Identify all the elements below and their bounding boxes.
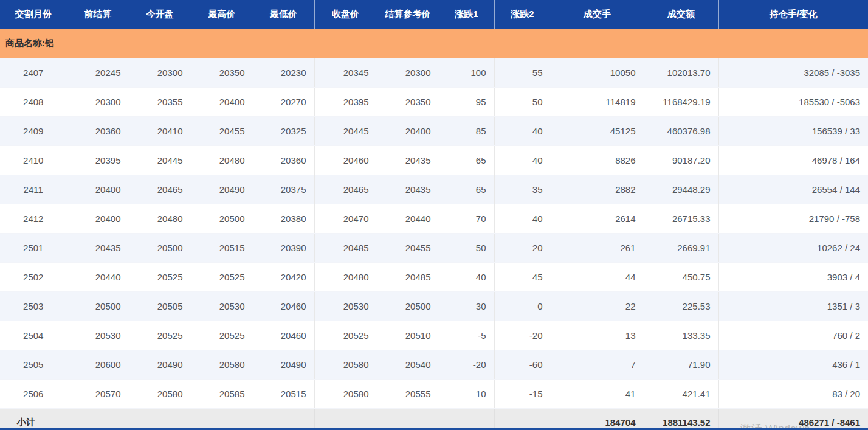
value-cell: 26554 / 144: [718, 175, 868, 204]
futures-quote-table: 交割月份前结算今开盘最高价最低价收盘价结算参考价涨跌1涨跌2成交手成交额持仓手/…: [0, 0, 868, 430]
empty-cell: [314, 409, 377, 430]
value-cell: 20440: [377, 204, 439, 234]
month-cell: 2504: [0, 321, 67, 350]
value-cell: 2669.91: [644, 234, 718, 263]
value-cell: 20465: [129, 175, 191, 204]
value-cell: 7: [551, 350, 644, 380]
table-row: 2411204002046520490203752046520435653528…: [0, 175, 868, 204]
commodity-banner-label: 商品名称:铝: [0, 29, 868, 58]
column-header: 涨跌2: [494, 0, 551, 29]
value-cell: 22: [551, 292, 644, 321]
value-cell: 100: [439, 58, 494, 88]
value-cell: 20525: [191, 321, 253, 350]
value-cell: 50: [439, 234, 494, 263]
column-header: 最低价: [253, 0, 314, 29]
value-cell: 20580: [191, 350, 253, 380]
month-cell: 2505: [0, 350, 67, 380]
value-cell: 20490: [129, 350, 191, 380]
value-cell: 20350: [191, 58, 253, 88]
value-cell: 421.41: [644, 380, 718, 409]
value-cell: 20460: [314, 146, 377, 175]
table-row: 2407202452030020350202302034520300100551…: [0, 58, 868, 88]
value-cell: 55: [494, 58, 551, 88]
value-cell: 20460: [253, 292, 314, 321]
value-cell: 20500: [377, 292, 439, 321]
column-header: 最高价: [191, 0, 253, 29]
value-cell: 20360: [253, 146, 314, 175]
value-cell: 20360: [67, 117, 129, 146]
value-cell: 460376.98: [644, 117, 718, 146]
table-row: 2408203002035520400202702039520350955011…: [0, 88, 868, 117]
value-cell: 95: [439, 88, 494, 117]
value-cell: 20500: [191, 204, 253, 234]
empty-cell: [439, 409, 494, 430]
value-cell: 20530: [191, 292, 253, 321]
value-cell: 225.53: [644, 292, 718, 321]
value-cell: 20555: [377, 380, 439, 409]
value-cell: 20440: [67, 263, 129, 292]
value-cell: 20585: [191, 380, 253, 409]
empty-cell: [191, 409, 253, 430]
open-interest-total: 486271 / -8461: [718, 409, 868, 430]
value-cell: 26715.33: [644, 204, 718, 234]
empty-cell: [494, 409, 551, 430]
value-cell: 20400: [377, 117, 439, 146]
value-cell: -20: [494, 321, 551, 350]
empty-cell: [253, 409, 314, 430]
value-cell: 70: [439, 204, 494, 234]
value-cell: 30: [439, 292, 494, 321]
value-cell: 41: [551, 380, 644, 409]
table-body: 商品名称:铝 240720245203002035020230203452030…: [0, 29, 868, 409]
table-row: 2502204402052520525204202048020485404544…: [0, 263, 868, 292]
value-cell: 20435: [67, 234, 129, 263]
value-cell: 20480: [191, 146, 253, 175]
value-cell: 760 / 2: [718, 321, 868, 350]
value-cell: 20435: [377, 146, 439, 175]
value-cell: 32085 / -3035: [718, 58, 868, 88]
value-cell: -20: [439, 350, 494, 380]
value-cell: 45125: [551, 117, 644, 146]
value-cell: 65: [439, 175, 494, 204]
value-cell: 10: [439, 380, 494, 409]
value-cell: 20380: [253, 204, 314, 234]
subtotal-label: 小计: [0, 409, 67, 430]
value-cell: 46978 / 164: [718, 146, 868, 175]
value-cell: 20410: [129, 117, 191, 146]
value-cell: 20580: [314, 350, 377, 380]
month-cell: 2410: [0, 146, 67, 175]
value-cell: 20300: [377, 58, 439, 88]
value-cell: -5: [439, 321, 494, 350]
table-row: 2503205002050520530204602053020500300222…: [0, 292, 868, 321]
value-cell: 185530 / -5063: [718, 88, 868, 117]
table-row: 2505206002049020580204902058020540-20-60…: [0, 350, 868, 380]
value-cell: 20460: [253, 321, 314, 350]
value-cell: 20400: [67, 175, 129, 204]
month-cell: 2412: [0, 204, 67, 234]
column-header: 成交手: [551, 0, 644, 29]
value-cell: 20510: [377, 321, 439, 350]
value-cell: 20490: [253, 350, 314, 380]
value-cell: 20400: [67, 204, 129, 234]
value-cell: 29448.29: [644, 175, 718, 204]
value-cell: 20530: [67, 321, 129, 350]
table-row: 2410203952044520480203602046020435654088…: [0, 146, 868, 175]
value-cell: 20485: [314, 234, 377, 263]
value-cell: 2882: [551, 175, 644, 204]
column-header: 今开盘: [129, 0, 191, 29]
value-cell: 20470: [314, 204, 377, 234]
table-row: 250620570205802058520515205802055510-154…: [0, 380, 868, 409]
month-cell: 2408: [0, 88, 67, 117]
value-cell: 40: [494, 117, 551, 146]
month-cell: 2501: [0, 234, 67, 263]
value-cell: 20445: [314, 117, 377, 146]
column-header: 结算参考价: [377, 0, 439, 29]
volume-total: 184704: [551, 409, 644, 430]
value-cell: 20490: [191, 175, 253, 204]
value-cell: 20400: [191, 88, 253, 117]
value-cell: 50: [494, 88, 551, 117]
commodity-banner-row: 商品名称:铝: [0, 29, 868, 58]
value-cell: 20350: [377, 88, 439, 117]
value-cell: 114819: [551, 88, 644, 117]
value-cell: 20: [494, 234, 551, 263]
value-cell: 20580: [314, 380, 377, 409]
